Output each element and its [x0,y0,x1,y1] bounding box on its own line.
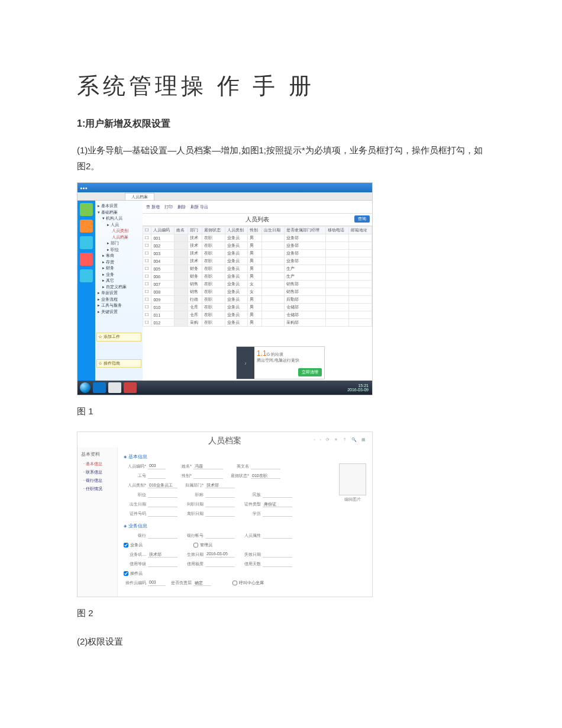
start-button[interactable] [80,382,91,393]
tree-item[interactable]: ▸ 自定义档案 [96,284,141,291]
sidebar-item[interactable]: · 基本信息 [77,460,117,468]
nav-tree: ▸ 基本设置▾ 基础档案▾ 机构人员▸ 人员人员类别人员档案▸ 部门▸ 职位▸ … [95,201,143,381]
tree-item[interactable]: 人员类别 [96,228,141,234]
cat-field[interactable]: 010业务员工 [148,482,177,488]
form-area: 基本信息 人员编码*003 姓名*冯霞 英文名 工号 性别* 雇佣状态*010在… [118,447,372,597]
cleanup-button[interactable]: 立即清理 [298,368,322,376]
toolbar-button[interactable]: 刷新 导出 [190,204,208,210]
tree-item[interactable]: ▸ 客商 [96,253,141,259]
tree-item[interactable]: ▾ 机构人员 [96,215,141,222]
table-row[interactable]: ☐011 仓库在职业务员男仓储部 [143,311,372,319]
hire-field[interactable]: 010在职 [251,473,280,479]
name-field[interactable]: 冯霞 [193,463,223,469]
taskbar-item[interactable] [93,382,106,393]
table-row[interactable]: ☐007 销售在职业务员女销售部 [143,281,372,288]
checkbox-operator[interactable]: 操作员 [124,571,143,576]
nation-field[interactable] [263,492,292,498]
tree-item[interactable]: ▸ 职位 [96,247,141,253]
tree-item[interactable]: ▸ 部门 [96,240,141,247]
nav-icon[interactable] [80,269,93,282]
windows-taskbar: 15:212016-03-09 [77,381,372,395]
biztype-field[interactable]: 确定 [193,580,211,586]
creda-field[interactable] [263,561,292,567]
prop-field[interactable] [263,533,292,539]
paragraph-1: (1)业务导航—基础设置—人员档案—增加,如图1;按照提示*为必填项，业务员框打… [77,142,485,174]
birth-field[interactable] [148,501,177,507]
toolbar-button[interactable]: 删除 [177,204,186,210]
expd-field[interactable] [263,552,292,558]
edit-image-button[interactable]: 编辑图片 [339,495,366,502]
window-titlebar: ●●● [77,183,372,192]
gender-field[interactable] [193,473,223,479]
opcode-field[interactable]: 003 [148,580,166,586]
table-row[interactable]: ☐009 行政在职业务员男后勤部 [143,296,372,304]
table-row[interactable]: ☐002 技术在职业务员男业务部 [143,242,372,250]
toolbar-button[interactable]: 查 新增 [146,204,160,210]
cleanup-icon: ♪ [237,347,254,379]
toolbar-button[interactable]: 打印 [164,204,173,210]
sidebar-item[interactable]: · 任职情况 [77,485,117,493]
tree-item[interactable]: 人员档案 [96,234,141,241]
nav-icon[interactable] [80,236,93,249]
cleanup-popup: ♪ 1.1G 的垃圾 腾出空间,电脑运行更快 立即清理 [236,346,325,379]
avatar-placeholder[interactable] [339,463,366,495]
ename-field[interactable] [251,463,280,469]
tree-item[interactable]: ▾ 基础档案 [96,210,141,216]
tree-item[interactable]: ▸ 存货 [96,259,141,266]
tree-action[interactable]: ☆ 操作指南 [96,359,141,368]
title-field[interactable] [205,492,235,498]
credl-field[interactable] [205,561,235,567]
bank-field[interactable] [148,533,177,539]
tree-item[interactable]: ▸ 基本设置 [96,203,141,210]
tree-item[interactable]: ▸ 业务流程 [96,297,141,303]
table-row[interactable]: ☐003 技术在职业务员男业务部 [143,250,372,257]
list-title: 人员列表 查询 [143,214,372,226]
taskbar-item[interactable] [124,382,137,393]
table-row[interactable]: ☐001 技术在职业务员男业务部 [143,234,372,242]
credg-field[interactable] [148,561,177,567]
section-basic: 基本信息 [124,453,366,460]
screenshot-2: 人员档案 ◦ ◦ ⟳ ✕ ？ 🔍 ▦ 基本资料 · 基本信息· 联系信息· 银行… [77,431,373,597]
code-field[interactable]: 003 [148,463,166,469]
nav-icon[interactable] [80,203,93,216]
table-row[interactable]: ☐012 采购在职业务员男采购部 [143,319,372,327]
table-row[interactable]: ☐010 仓库在职业务员男仓储部 [143,304,372,311]
checkbox-bizperson[interactable]: 业务员 [124,542,143,548]
tree-item[interactable]: ▸ 其它 [96,278,141,284]
idno-field[interactable] [148,511,177,517]
taskbar-item[interactable] [108,382,121,393]
table-row[interactable]: ☐008 销售在职业务员女销售部 [143,288,372,296]
title-icons[interactable]: ◦ ◦ ⟳ ✕ ？ 🔍 ▦ [314,437,367,443]
checkbox-callcenter[interactable]: 呼叫中心坐席 [232,580,264,586]
bizd-field[interactable]: 技术部 [148,552,177,558]
tree-item[interactable]: ▸ 单据设置 [96,290,141,297]
nav-icon[interactable] [80,253,93,266]
tree-item[interactable]: ▸ 业务 [96,272,141,278]
dept-field[interactable]: 技术部 [205,482,235,488]
tree-item[interactable]: ▸ 关键设置 [96,309,141,315]
query-button[interactable]: 查询 [354,215,370,223]
tree-item[interactable]: ▸ 财务 [96,265,141,272]
join-field[interactable] [205,501,235,507]
form-sidebar: 基本资料 · 基本信息· 联系信息· 银行信息· 任职情况 [77,447,118,597]
toolbar: 查 新增打印删除刷新 导出 [143,201,372,214]
sidebar-item[interactable]: · 银行信息 [77,476,117,485]
tree-item[interactable]: ▸ 人员 [96,222,141,228]
figure-1-label: 图 1 [77,406,485,417]
sidebar-item[interactable]: · 联系信息 [77,468,117,476]
idtype-field[interactable]: 身份证 [263,501,292,507]
table-row[interactable]: ☐006 财务在职业务员男生产 [143,273,372,281]
tree-action[interactable]: ☆ 添加工作 [96,333,141,342]
edu-field[interactable] [263,511,292,517]
acct-field[interactable] [205,533,235,539]
nav-icon[interactable] [80,220,93,233]
tab[interactable]: 人员档案 [125,193,154,200]
effd-field[interactable]: 2016-03-05 [205,552,235,558]
table-row[interactable]: ☐005 财务在职业务员男生产 [143,265,372,273]
tree-item[interactable]: ▸ 工具与服务 [96,302,141,309]
post-field[interactable] [148,492,177,498]
table-row[interactable]: ☐004 技术在职业务员男业务部 [143,257,372,265]
leave-field[interactable] [205,511,235,517]
jobno-field[interactable] [148,473,166,479]
checkbox-manager[interactable]: 管理员 [193,542,212,548]
